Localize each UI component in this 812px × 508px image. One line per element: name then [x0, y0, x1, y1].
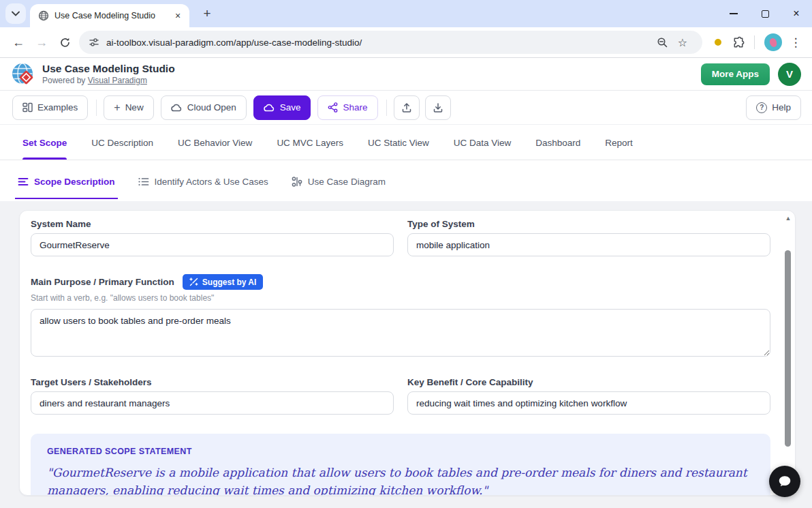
save-button[interactable]: Save [253, 95, 311, 120]
tab-uc-static-view[interactable]: UC Static View [368, 138, 429, 160]
cloud-open-button[interactable]: Cloud Open [161, 95, 247, 120]
share-nodes-icon [328, 102, 338, 113]
visual-paradigm-link[interactable]: Visual Paradigm [88, 76, 147, 85]
bookmark-star-icon[interactable]: ☆ [672, 36, 693, 49]
chat-bubble-icon [777, 474, 792, 489]
tab-title: Use Case Modeling Studio [49, 11, 172, 20]
globe-favicon-icon [38, 10, 49, 21]
magic-wand-icon [189, 278, 198, 286]
content-area: System Name Type of System Main Purpose … [0, 201, 812, 508]
tab-uc-description[interactable]: UC Description [91, 138, 153, 160]
key-benefit-input[interactable] [407, 391, 770, 415]
scope-statement-title: GENERATED SCOPE STATEMENT [47, 447, 754, 456]
reload-icon[interactable] [53, 31, 76, 54]
scrollbar-thumb[interactable] [785, 250, 791, 447]
toolbar-divider [96, 100, 97, 116]
target-users-input[interactable] [31, 391, 394, 415]
back-icon[interactable]: ← [7, 31, 30, 54]
tab-close-icon[interactable]: × [172, 10, 184, 22]
toolbar-divider [386, 100, 387, 116]
tab-dashboard[interactable]: Dashboard [535, 138, 580, 160]
scope-statement-text: "GourmetReserve is a mobile application … [47, 464, 754, 496]
visual-paradigm-logo-icon [11, 62, 35, 87]
browser-addressbar: ← → ai-toolbox.visual-paradigm.com/app/u… [0, 27, 812, 58]
maximize-button[interactable] [749, 0, 781, 27]
browser-menu-icon[interactable]: ⋮ [786, 35, 805, 50]
app-title-block: Use Case Modeling Studio Powered by Visu… [42, 63, 175, 85]
plus-icon: + [114, 102, 120, 114]
profile-avatar[interactable] [764, 33, 782, 51]
minimize-button[interactable] [718, 0, 749, 27]
minimize-icon [730, 13, 738, 14]
subtab-use-case-diagram[interactable]: Use Case Diagram [289, 163, 388, 199]
subtab-identify-actors-use-cases[interactable]: Identify Actors & Use Cases [136, 163, 271, 199]
main-tab-bar: Set Scope UC Description UC Behavior Vie… [0, 125, 812, 160]
diagram-icon [292, 177, 302, 187]
sub-tab-bar: Scope Description Identify Actors & Use … [0, 160, 812, 201]
examples-button[interactable]: Examples [12, 95, 88, 120]
tab-search-chevron-icon[interactable] [5, 3, 26, 24]
main-purpose-label: Main Purpose / Primary Function [31, 277, 174, 287]
chat-widget-button[interactable] [769, 466, 800, 497]
help-button[interactable]: ? Help [746, 95, 801, 120]
system-name-input[interactable] [31, 233, 394, 256]
zoom-icon[interactable] [652, 37, 672, 48]
type-of-system-label: Type of System [407, 219, 770, 229]
url-bar[interactable]: ai-toolbox.visual-paradigm.com/app/use-c… [79, 31, 702, 54]
tab-uc-mvc-layers[interactable]: UC MVC Layers [277, 138, 343, 160]
tab-set-scope[interactable]: Set Scope [22, 138, 67, 160]
key-benefit-label: Key Benefit / Core Capability [407, 377, 770, 387]
new-button[interactable]: + New [104, 95, 153, 120]
scope-form-card: System Name Type of System Main Purpose … [19, 210, 796, 496]
export-button[interactable] [425, 95, 451, 120]
card-scrollbar[interactable]: ▲ [784, 215, 792, 491]
extensions-puzzle-icon[interactable] [728, 36, 749, 49]
url-text[interactable]: ai-toolbox.visual-paradigm.com/app/use-c… [106, 38, 652, 48]
scrollbar-up-arrow-icon[interactable]: ▲ [784, 215, 792, 222]
suggest-by-ai-button[interactable]: Suggest by AI [183, 274, 264, 290]
window-controls: × [718, 0, 812, 27]
browser-tab[interactable]: Use Case Modeling Studio × [30, 4, 189, 27]
site-settings-icon[interactable] [89, 37, 99, 48]
powered-by: Powered by Visual Paradigm [42, 76, 175, 85]
maximize-icon [762, 10, 769, 18]
extension-badge-icon[interactable] [715, 39, 721, 46]
system-name-label: System Name [31, 219, 394, 229]
tab-uc-behavior-view[interactable]: UC Behavior View [178, 138, 252, 160]
app-title: Use Case Modeling Studio [42, 63, 175, 76]
avatar-figure [769, 38, 777, 47]
app-header: Use Case Modeling Studio Powered by Visu… [0, 58, 812, 91]
addressbar-divider [754, 35, 755, 49]
list-icon [138, 177, 149, 186]
user-avatar[interactable]: V [778, 63, 801, 86]
target-users-label: Target Users / Stakeholders [31, 377, 394, 387]
new-tab-button[interactable]: + [198, 4, 217, 23]
toolbar: Examples + New Cloud Open Save Share ? [0, 91, 812, 125]
cloud-icon [171, 103, 183, 113]
help-question-icon: ? [756, 102, 767, 113]
share-button[interactable]: Share [317, 95, 377, 120]
more-apps-button[interactable]: More Apps [701, 63, 770, 85]
main-purpose-hint: Start with a verb, e.g. "allows users to… [31, 293, 770, 303]
forward-icon: → [30, 31, 53, 54]
upload-icon [401, 102, 412, 113]
close-window-button[interactable]: × [781, 0, 812, 27]
download-icon [433, 102, 443, 113]
generated-scope-statement-box: GENERATED SCOPE STATEMENT "GourmetReserv… [31, 434, 770, 496]
import-button[interactable] [394, 95, 420, 120]
tab-uc-data-view[interactable]: UC Data View [454, 138, 512, 160]
browser-titlebar: Use Case Modeling Studio × + × [0, 0, 812, 27]
subtab-scope-description[interactable]: Scope Description [15, 163, 118, 199]
cloud-save-icon [264, 103, 275, 113]
type-of-system-input[interactable] [407, 233, 770, 256]
align-lines-icon [18, 177, 29, 186]
main-purpose-textarea[interactable]: allow users to book tables and pre-order… [31, 309, 770, 357]
tab-report[interactable]: Report [605, 138, 633, 160]
examples-grid-icon [22, 102, 33, 113]
